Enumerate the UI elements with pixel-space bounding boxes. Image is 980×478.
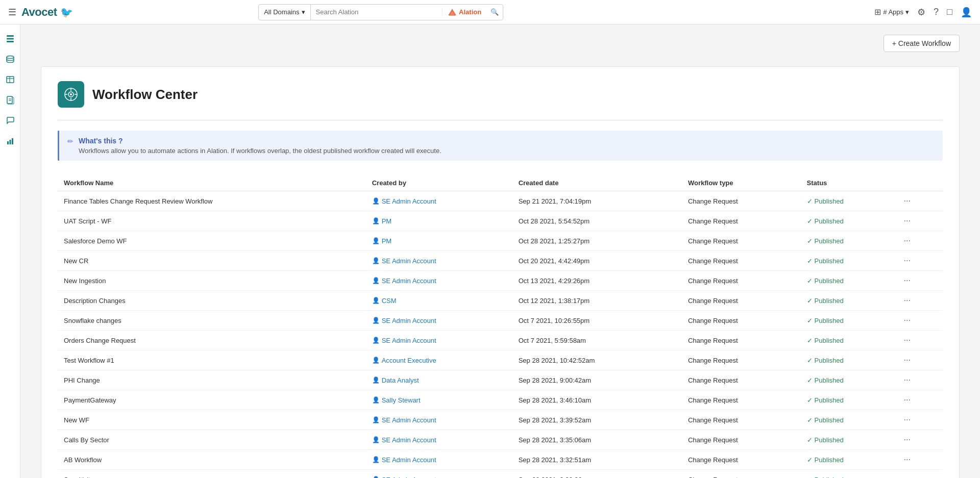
user-link[interactable]: 👤 SE Admin Account (372, 277, 506, 285)
user-link[interactable]: 👤 SE Admin Account (372, 476, 506, 479)
user-profile-icon[interactable]: 👤 (961, 7, 972, 18)
cell-workflow-name: Snowflake changes (58, 311, 366, 331)
cell-created-by[interactable]: 👤 CSM (366, 291, 512, 311)
check-icon: ✓ (807, 317, 813, 324)
user-link[interactable]: 👤 SE Admin Account (372, 197, 506, 205)
cell-created-by[interactable]: 👤 SE Admin Account (366, 251, 512, 271)
user-icon: 👤 (372, 476, 380, 478)
user-link[interactable]: 👤 CSM (372, 297, 506, 305)
cell-more: ··· (895, 470, 943, 479)
more-options-button[interactable]: ··· (901, 434, 914, 445)
cell-workflow-name: Orders Change Request (58, 331, 366, 350)
create-workflow-button[interactable]: + Create Workflow (884, 35, 960, 52)
cell-workflow-type: Change Request (682, 271, 801, 291)
more-options-button[interactable]: ··· (901, 315, 914, 326)
search-input[interactable] (311, 5, 443, 20)
cell-created-by[interactable]: 👤 SE Admin Account (366, 410, 512, 430)
cell-workflow-type: Change Request (682, 390, 801, 410)
cell-created-by[interactable]: 👤 PM (366, 231, 512, 251)
user-link[interactable]: 👤 Account Executive (372, 357, 506, 364)
top-action-bar: + Create Workflow (41, 35, 960, 60)
more-options-button[interactable]: ··· (901, 394, 914, 406)
cell-more: ··· (895, 430, 943, 450)
user-name: SE Admin Account (382, 337, 436, 344)
cell-created-by[interactable]: 👤 SE Admin Account (366, 430, 512, 450)
check-icon: ✓ (807, 396, 813, 404)
user-link[interactable]: 👤 SE Admin Account (372, 416, 506, 424)
cell-created-by[interactable]: 👤 Account Executive (366, 350, 512, 370)
top-navigation: ☰ Avocet 🐦 All Domains ▾ Alation 🔍 ⊞ # A… (0, 0, 980, 24)
cell-created-by[interactable]: 👤 SE Admin Account (366, 191, 512, 211)
col-created-by: Created by (366, 175, 512, 191)
sidebar-item-table[interactable] (2, 71, 18, 88)
more-options-button[interactable]: ··· (901, 235, 914, 246)
user-link[interactable]: 👤 Sally Stewart (372, 396, 506, 404)
user-link[interactable]: 👤 Data Analyst (372, 376, 506, 384)
status-badge: ✓ Published (807, 376, 889, 384)
table-row: AB Workflow 👤 SE Admin Account Sep 28 20… (58, 450, 943, 470)
status-badge: ✓ Published (807, 257, 889, 265)
notifications-icon[interactable]: □ (947, 7, 952, 17)
table-row: Sensitivity 👤 SE Admin Account Sep 28 20… (58, 470, 943, 479)
cell-more: ··· (895, 191, 943, 211)
more-options-button[interactable]: ··· (901, 335, 914, 346)
cell-created-by[interactable]: 👤 Sally Stewart (366, 390, 512, 410)
more-options-button[interactable]: ··· (901, 474, 914, 478)
alation-brand-text: Alation (459, 8, 481, 16)
more-options-button[interactable]: ··· (901, 414, 914, 425)
user-link[interactable]: 👤 PM (372, 237, 506, 245)
svg-rect-10 (7, 141, 9, 144)
user-name: CSM (382, 297, 397, 305)
sidebar-item-analytics[interactable] (2, 133, 18, 149)
more-options-button[interactable]: ··· (901, 255, 914, 266)
cell-workflow-name: New Ingestion (58, 271, 366, 291)
more-options-button[interactable]: ··· (901, 454, 914, 465)
more-options-button[interactable]: ··· (901, 295, 914, 306)
cell-created-by[interactable]: 👤 SE Admin Account (366, 311, 512, 331)
more-options-button[interactable]: ··· (901, 355, 914, 366)
more-options-button[interactable]: ··· (901, 215, 914, 227)
table-header: Workflow Name Created by Created date Wo… (58, 175, 943, 191)
cell-workflow-type: Change Request (682, 291, 801, 311)
sidebar-item-database[interactable] (2, 51, 18, 67)
cell-created-by[interactable]: 👤 SE Admin Account (366, 470, 512, 479)
user-link[interactable]: 👤 SE Admin Account (372, 456, 506, 464)
cell-created-by[interactable]: 👤 Data Analyst (366, 370, 512, 390)
table-body: Finance Tables Change Request Review Wor… (58, 191, 943, 479)
status-badge: ✓ Published (807, 297, 889, 305)
check-icon: ✓ (807, 337, 813, 344)
user-link[interactable]: 👤 SE Admin Account (372, 436, 506, 444)
apps-button[interactable]: ⊞ # Apps ▾ (874, 7, 909, 17)
cell-created-date: Sep 28 2021, 9:00:42am (512, 370, 682, 390)
sidebar-item-layers[interactable] (2, 31, 18, 47)
user-link[interactable]: 👤 PM (372, 217, 506, 225)
user-name: SE Admin Account (382, 476, 436, 479)
cell-more: ··· (895, 370, 943, 390)
logo-link[interactable]: Avocet 🐦 (21, 6, 73, 19)
more-options-button[interactable]: ··· (901, 195, 914, 207)
domain-selector[interactable]: All Domains ▾ (259, 5, 310, 20)
cell-created-by[interactable]: 👤 SE Admin Account (366, 331, 512, 350)
sidebar-item-conversations[interactable] (2, 112, 18, 129)
cell-workflow-name: Calls By Sector (58, 430, 366, 450)
user-link[interactable]: 👤 SE Admin Account (372, 257, 506, 265)
hamburger-menu-icon[interactable]: ☰ (8, 7, 16, 18)
help-icon[interactable]: ? (934, 7, 939, 17)
check-icon: ✓ (807, 257, 813, 265)
database-icon (6, 55, 15, 64)
more-options-button[interactable]: ··· (901, 374, 914, 386)
settings-icon[interactable]: ⚙ (917, 7, 925, 18)
user-link[interactable]: 👤 SE Admin Account (372, 317, 506, 324)
sidebar-item-document[interactable] (2, 92, 18, 108)
svg-rect-12 (12, 138, 13, 144)
cell-created-by[interactable]: 👤 SE Admin Account (366, 450, 512, 470)
cell-created-date: Oct 7 2021, 10:26:55pm (512, 311, 682, 331)
cell-workflow-type: Change Request (682, 191, 801, 211)
search-icon[interactable]: 🔍 (486, 8, 503, 16)
user-icon: 👤 (372, 277, 380, 284)
cell-created-by[interactable]: 👤 PM (366, 211, 512, 231)
cell-created-by[interactable]: 👤 SE Admin Account (366, 271, 512, 291)
table-row: Calls By Sector 👤 SE Admin Account Sep 2… (58, 430, 943, 450)
more-options-button[interactable]: ··· (901, 275, 914, 286)
user-link[interactable]: 👤 SE Admin Account (372, 337, 506, 344)
